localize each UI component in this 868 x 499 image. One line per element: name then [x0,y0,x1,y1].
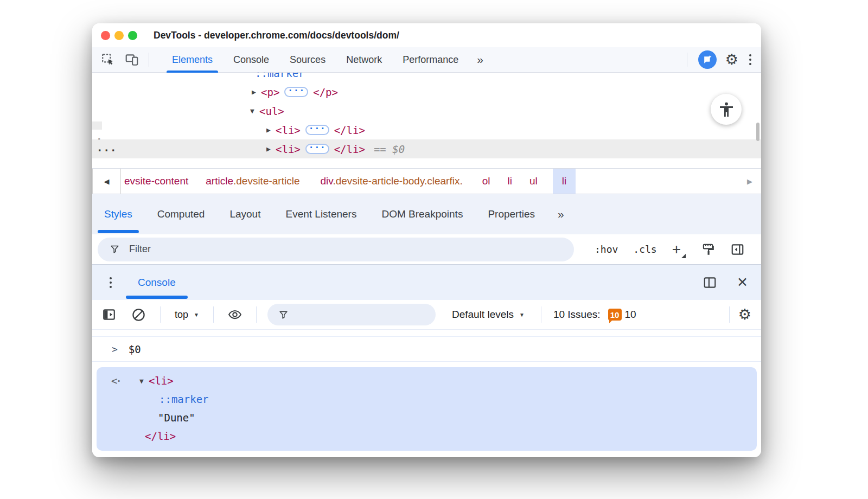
styles-filter-input[interactable] [128,243,476,255]
rendering-brush-icon[interactable] [701,242,715,257]
clear-console-icon[interactable] [131,308,146,322]
styles-toolbar: :hov .cls + [92,234,761,264]
breadcrumb-item-div[interactable]: div.devsite-article-body.clearfix. [320,175,462,187]
dom-node-p[interactable]: ▶ <p> ··· </p> [92,82,761,101]
breadcrumb-back-icon[interactable]: ◀ [92,168,121,194]
filter-funnel-icon [110,244,120,254]
chevron-down-icon: ▼ [519,312,525,318]
split-panel-icon[interactable] [703,276,717,290]
accessibility-button[interactable] [711,94,742,125]
breadcrumb-item-li-selected[interactable]: li [553,169,576,194]
accessibility-person-icon [718,101,735,118]
issues-count: 10 [625,309,636,321]
console-output: > $0 <· ▼ <li> ::marker "Dune" </li> [92,330,761,457]
dom-tree-scrollbar[interactable] [756,123,760,141]
toolbar-divider [687,53,687,67]
expand-inline-icon[interactable]: ··· [305,144,329,154]
traffic-lights [101,31,137,40]
ai-assistant-icon[interactable] [698,50,717,69]
close-window-button[interactable] [101,31,110,40]
devtools-window: DevTools - developer.chrome.com/docs/dev… [92,23,761,457]
command-text: $0 [129,343,141,355]
window-title: DevTools - developer.chrome.com/docs/dev… [154,30,399,41]
selected-node-badge: == $0 [374,143,405,155]
tab-properties[interactable]: Properties [488,194,535,234]
console-result-block[interactable]: <· ▼ <li> ::marker "Dune" </li> [97,367,757,451]
zoom-window-button[interactable] [128,31,137,40]
issues-counter-label[interactable]: 10 Issues: [553,309,601,321]
dom-node-li-selected[interactable]: ... ▶ <li> ··· </li> == $0 [92,139,761,158]
drawer-header: Console ✕ [92,264,761,300]
console-filter-input[interactable] [289,310,414,319]
toggle-element-state-button[interactable]: :hov [595,244,618,255]
tab-event-listeners[interactable]: Event Listeners [285,194,356,234]
tab-sources[interactable]: Sources [290,47,326,72]
styles-filter-field[interactable] [98,238,574,261]
breadcrumb-item-ol[interactable]: ol [482,175,490,187]
tab-console[interactable]: Console [233,47,269,72]
tab-computed[interactable]: Computed [157,194,205,234]
tab-styles[interactable]: Styles [104,194,132,234]
console-filter-field[interactable] [267,304,436,325]
titlebar: DevTools - developer.chrome.com/docs/dev… [92,23,761,47]
dom-node-marker-clipped[interactable]: ::marker [92,73,761,82]
execution-context-selector[interactable]: top [175,309,188,321]
issues-badge-icon[interactable]: 10 [608,309,622,321]
returned-value-icon: <· [111,375,120,387]
drawer-menu-kebab-icon[interactable] [107,275,114,290]
collapse-arrow-icon[interactable]: ▼ [245,107,259,115]
element-classes-button[interactable]: .cls [633,244,656,255]
toggle-sidebar-icon[interactable] [730,242,745,257]
live-expression-eye-icon[interactable] [227,308,243,322]
breadcrumb-item-li[interactable]: li [508,175,512,187]
new-style-rule-button[interactable]: + [672,242,686,257]
device-toolbar-icon[interactable] [123,52,141,68]
chevron-down-icon: ▼ [194,312,199,318]
toolbar-divider [541,306,541,323]
breadcrumb-forward-icon[interactable]: ▶ [743,177,757,185]
console-settings-gear-icon[interactable]: ⚙ [738,308,751,322]
more-tabs-icon[interactable]: » [477,53,483,66]
gutter-hover-block [92,121,102,130]
toolbar-divider [256,306,257,323]
expand-arrow-icon[interactable]: ▶ [261,126,276,134]
toolbar-divider [213,306,214,323]
expand-inline-icon[interactable]: ··· [305,125,329,135]
settings-gear-icon[interactable]: ⚙ [725,53,738,67]
node-menu-icon[interactable]: ... [97,142,117,153]
tab-performance[interactable]: Performance [403,47,458,72]
dom-node-ul[interactable]: ▼ <ul> [92,101,761,120]
styles-tab-bar: Styles Computed Layout Event Listeners D… [92,194,761,234]
expand-arrow-icon[interactable]: ▶ [261,145,276,153]
expand-inline-icon[interactable]: ··· [284,87,308,97]
command-prompt-icon: > [112,343,118,355]
dom-node-li-1[interactable]: . ▶ <li> ··· </li> [92,120,761,139]
more-sidebar-tabs-icon[interactable]: » [558,208,564,221]
tab-layout[interactable]: Layout [229,194,260,234]
tab-network[interactable]: Network [346,47,382,72]
dom-breadcrumb-bar: ◀ evsite-content article.devsite-article… [92,168,761,194]
breadcrumb-item-article[interactable]: article.devsite-article [206,175,299,187]
breadcrumb-item-devsite-content[interactable]: evsite-content [124,175,188,187]
log-levels-selector[interactable]: Default levels [452,309,514,321]
main-toolbar: Elements Console Sources Network Perform… [92,47,761,73]
inspect-element-icon[interactable] [99,52,117,68]
collapse-arrow-icon[interactable]: ▼ [135,377,149,385]
filter-funnel-icon [278,310,289,320]
console-sidebar-icon[interactable] [102,308,116,322]
toolbar-divider [149,53,149,67]
toolbar-divider [729,306,730,323]
minimize-window-button[interactable] [114,31,124,40]
breadcrumb-item-ul[interactable]: ul [529,175,538,187]
main-menu-kebab-icon[interactable] [747,52,754,67]
console-toolbar: top ▼ Default levels ▼ 10 Issues: 10 10 … [92,300,761,330]
expand-arrow-icon[interactable]: ▶ [247,88,261,96]
tab-elements[interactable]: Elements [172,47,213,72]
tab-dom-breakpoints[interactable]: DOM Breakpoints [381,194,463,234]
elements-dom-tree: ::marker ▶ <p> ··· </p> ▼ <ul> . ▶ <li> … [92,73,761,168]
toolbar-divider [160,306,161,323]
console-command-row: > $0 [92,336,761,362]
close-drawer-icon[interactable]: ✕ [737,276,748,289]
drawer-tab-console[interactable]: Console [138,265,176,300]
